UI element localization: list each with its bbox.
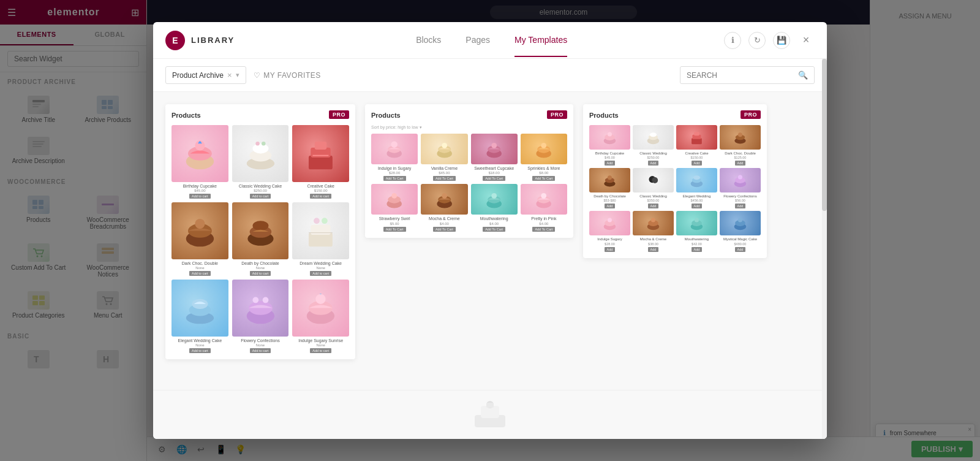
product-name: Classic Wedding Cake bbox=[239, 184, 282, 189]
product-price: $53-$80 bbox=[603, 199, 616, 202]
filter-dropdown[interactable]: Product Archive × ▾ bbox=[165, 66, 246, 84]
svg-rect-37 bbox=[315, 142, 326, 150]
template-card-2[interactable]: PRO Products Sort by price: high to low … bbox=[365, 104, 573, 238]
add-to-cart-btn[interactable]: Add to cart bbox=[250, 271, 271, 276]
sync-button[interactable]: ↻ bbox=[748, 32, 766, 49]
search-input[interactable] bbox=[687, 71, 794, 80]
tab-my-templates[interactable]: My Templates bbox=[514, 24, 567, 57]
add-to-cart-btn[interactable]: Add bbox=[605, 161, 616, 166]
add-to-cart-btn[interactable]: Add To Cart bbox=[383, 176, 406, 181]
product-item: Mouthwatering $4.00 Add To Cart bbox=[471, 184, 518, 231]
product-price: None bbox=[316, 266, 325, 270]
add-to-cart-btn[interactable]: Add To Cart bbox=[433, 227, 456, 232]
add-to-cart-btn[interactable]: Add to cart bbox=[250, 194, 271, 199]
product-price: $28.00 bbox=[605, 242, 615, 246]
add-to-cart-btn[interactable]: Add to cart bbox=[250, 348, 271, 353]
add-to-cart-btn[interactable]: Add to cart bbox=[189, 194, 211, 199]
loading-illustration bbox=[472, 400, 508, 430]
product-price: None bbox=[256, 343, 265, 347]
product-image bbox=[521, 134, 567, 164]
product-price: $250.00 bbox=[254, 189, 267, 192]
product-price: $45.00 bbox=[605, 156, 615, 159]
svg-point-57 bbox=[316, 294, 326, 304]
svg-point-34 bbox=[262, 142, 265, 145]
product-price: None bbox=[195, 266, 204, 270]
add-to-cart-btn[interactable]: Add bbox=[605, 247, 616, 252]
product-item: Mouthwatering $42.00 Add bbox=[676, 211, 717, 251]
product-item: Flowery Confections None Add to cart bbox=[232, 280, 289, 353]
add-to-cart-btn[interactable]: Add to cart bbox=[189, 348, 211, 353]
modal-scroll-track[interactable] bbox=[822, 59, 827, 439]
svg-point-96 bbox=[608, 175, 612, 180]
tab-blocks[interactable]: Blocks bbox=[416, 24, 441, 57]
product-image bbox=[371, 134, 418, 164]
product-grid-1: Birthday Cupcake $45.00 Add to cart Clas… bbox=[172, 125, 349, 353]
product-item: Sprinkles & More $8.00 Add To Cart bbox=[521, 134, 567, 181]
pro-badge-3: PRO bbox=[741, 110, 761, 119]
product-item: Creative Cake $150.00 Add to cart bbox=[292, 125, 349, 199]
modal-footer bbox=[153, 390, 827, 439]
product-name: Sweetheart Cupcake bbox=[474, 166, 514, 171]
modal-tabs: Blocks Pages My Templates bbox=[259, 24, 724, 57]
product-item: Birthday Cupcake $45.00 Add bbox=[589, 125, 630, 166]
add-to-cart-btn[interactable]: Add to cart bbox=[310, 348, 331, 353]
add-to-cart-btn[interactable]: Add bbox=[692, 204, 703, 208]
add-to-cart-btn[interactable]: Add bbox=[735, 161, 746, 166]
product-image bbox=[589, 168, 630, 192]
product-name: Strawberry Swirl bbox=[379, 216, 410, 221]
add-to-cart-btn[interactable]: Add bbox=[692, 247, 703, 252]
add-to-cart-btn[interactable]: Add bbox=[692, 161, 703, 166]
add-to-cart-btn[interactable]: Add bbox=[735, 204, 746, 208]
product-image bbox=[292, 202, 349, 259]
filter-chevron-icon: ▾ bbox=[236, 71, 239, 79]
template-card-3[interactable]: PRO Products Birthday Cupcake $45.00 bbox=[583, 104, 767, 258]
product-price: $38.00 bbox=[648, 242, 658, 246]
product-item: Mystical Magic Cake $480.00 Add bbox=[720, 211, 761, 251]
save-button[interactable]: 💾 bbox=[773, 32, 790, 49]
product-name: Birthday Cupcake bbox=[595, 151, 624, 156]
card-1-title: Products bbox=[172, 110, 349, 120]
add-to-cart-btn[interactable]: Add to cart bbox=[310, 194, 331, 199]
add-to-cart-btn[interactable]: Add To Cart bbox=[433, 176, 456, 181]
add-to-cart-btn[interactable]: Add to cart bbox=[189, 271, 211, 276]
template-card-1[interactable]: PRO Products Birthday Cupcake $45.00 bbox=[165, 104, 355, 359]
close-modal-button[interactable]: × bbox=[797, 32, 815, 49]
add-to-cart-btn[interactable]: Add bbox=[648, 247, 659, 252]
svg-point-33 bbox=[255, 142, 259, 145]
svg-point-84 bbox=[608, 132, 612, 137]
svg-point-104 bbox=[738, 175, 742, 180]
product-item: Classic Wedding $350.00 Add bbox=[633, 168, 674, 208]
add-to-cart-btn[interactable]: Add bbox=[735, 247, 746, 252]
add-to-cart-btn[interactable]: Add To Cart bbox=[532, 227, 555, 232]
add-to-cart-btn[interactable]: Add To Cart bbox=[483, 176, 505, 181]
product-item: Death by Chocolate None Add to cart bbox=[232, 202, 289, 276]
add-to-cart-btn[interactable]: Add bbox=[648, 204, 659, 208]
svg-point-75 bbox=[442, 193, 447, 199]
product-name: Mocha & Creme bbox=[640, 237, 666, 242]
library-modal: E LIBRARY Blocks Pages My Templates ℹ ↻ … bbox=[153, 22, 827, 439]
favorites-button[interactable]: ♡ MY FAVORITES bbox=[254, 71, 321, 80]
filter-clear-button[interactable]: × bbox=[227, 70, 232, 80]
svg-point-93 bbox=[738, 132, 742, 137]
add-to-cart-btn[interactable]: Add bbox=[605, 204, 616, 208]
product-item: Vanilla Creme $45.00 Add To Cart bbox=[421, 134, 467, 181]
add-to-cart-btn[interactable]: Add bbox=[648, 161, 659, 166]
product-image bbox=[421, 134, 467, 164]
add-to-cart-btn[interactable]: Add to cart bbox=[310, 271, 331, 276]
add-to-cart-btn[interactable]: Add To Cart bbox=[483, 227, 505, 232]
info-button[interactable]: ℹ bbox=[724, 32, 741, 49]
product-price: None bbox=[316, 343, 325, 347]
svg-point-116 bbox=[738, 218, 742, 223]
product-price: $4.00 bbox=[489, 222, 499, 226]
add-to-cart-btn[interactable]: Add To Cart bbox=[383, 227, 406, 232]
card-2-title: Products bbox=[371, 110, 567, 120]
product-price: $150.00 bbox=[314, 189, 328, 192]
product-name: Mouthwatering bbox=[685, 237, 709, 242]
tab-pages[interactable]: Pages bbox=[466, 24, 490, 57]
add-to-cart-btn[interactable]: Add To Cart bbox=[532, 176, 555, 181]
product-image bbox=[676, 125, 717, 150]
product-name: Pretty in Pink bbox=[531, 216, 556, 221]
svg-point-113 bbox=[695, 218, 699, 223]
product-item: Classic Wedding Cake $250.00 Add to cart bbox=[232, 125, 289, 199]
modal-filter-bar: Product Archive × ▾ ♡ MY FAVORITES 🔍 bbox=[153, 59, 827, 92]
